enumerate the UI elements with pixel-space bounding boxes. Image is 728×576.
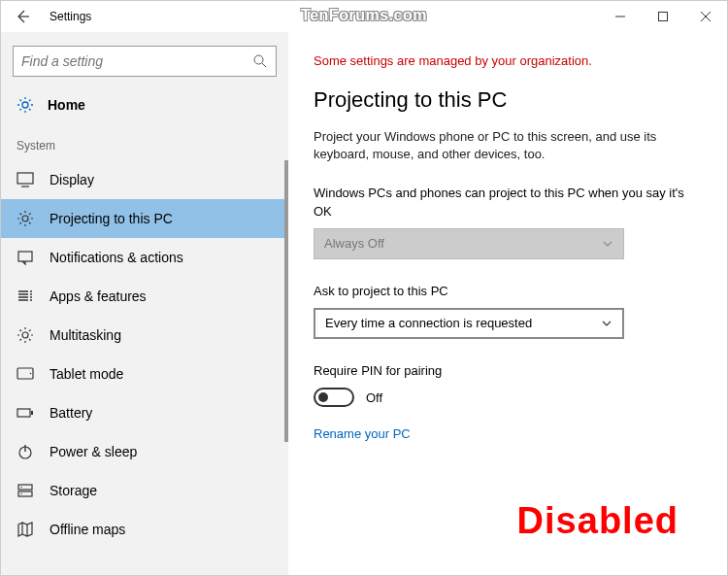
disabled-stamp: Disabled bbox=[517, 500, 678, 542]
power-icon bbox=[17, 443, 34, 460]
section-label: System bbox=[1, 125, 288, 160]
chevron-down-icon bbox=[602, 238, 613, 250]
window-title: Settings bbox=[50, 10, 91, 23]
sidebar-item-label: Display bbox=[50, 172, 94, 187]
maximize-button[interactable] bbox=[642, 1, 684, 32]
svg-point-15 bbox=[20, 493, 21, 494]
nav-list: Display Projecting to this PC Notificati… bbox=[1, 160, 288, 549]
titlebar: Settings TenForums.com bbox=[1, 1, 727, 32]
main-panel: Some settings are managed by your organi… bbox=[288, 32, 727, 575]
svg-point-4 bbox=[22, 216, 28, 221]
toggle-knob bbox=[318, 392, 328, 402]
sidebar-item-label: Notifications & actions bbox=[50, 250, 183, 265]
org-notice: Some settings are managed by your organi… bbox=[314, 53, 702, 68]
svg-rect-12 bbox=[18, 485, 32, 490]
sidebar-item-label: Power & sleep bbox=[50, 444, 137, 459]
sidebar-item-label: Battery bbox=[50, 405, 92, 421]
page-description: Project your Windows phone or PC to this… bbox=[314, 128, 702, 163]
sidebar: Home System Display Projecting to this P… bbox=[1, 32, 288, 575]
svg-rect-5 bbox=[18, 252, 32, 261]
watermark: TenForums.com bbox=[301, 7, 427, 24]
select-value: Every time a connection is requested bbox=[325, 316, 532, 330]
battery-icon bbox=[17, 404, 34, 422]
svg-point-8 bbox=[30, 373, 32, 375]
sidebar-item-battery[interactable]: Battery bbox=[1, 393, 288, 432]
home-label: Home bbox=[48, 97, 85, 113]
project-permission-select: Always Off bbox=[314, 228, 624, 259]
sidebar-item-storage[interactable]: Storage bbox=[1, 471, 288, 510]
svg-rect-13 bbox=[18, 491, 32, 496]
svg-point-2 bbox=[22, 102, 28, 108]
search-box[interactable] bbox=[13, 46, 277, 77]
project-permission-label: Windows PCs and phones can project to th… bbox=[314, 185, 702, 220]
toggle-state-label: Off bbox=[366, 390, 382, 405]
sidebar-item-projecting[interactable]: Projecting to this PC bbox=[1, 199, 288, 238]
sidebar-item-label: Tablet mode bbox=[50, 366, 123, 382]
chevron-down-icon bbox=[601, 318, 612, 329]
svg-rect-3 bbox=[17, 173, 33, 184]
tablet-icon bbox=[17, 365, 34, 383]
maximize-icon bbox=[658, 12, 668, 21]
sidebar-item-apps[interactable]: Apps & features bbox=[1, 277, 288, 316]
sidebar-item-power[interactable]: Power & sleep bbox=[1, 432, 288, 471]
svg-point-6 bbox=[22, 332, 28, 338]
sidebar-item-label: Offline maps bbox=[50, 522, 125, 537]
window-controls bbox=[599, 1, 727, 32]
svg-rect-0 bbox=[659, 13, 668, 21]
gear-icon bbox=[17, 210, 34, 227]
sidebar-item-label: Storage bbox=[50, 483, 97, 498]
close-button[interactable] bbox=[684, 1, 727, 32]
minimize-icon bbox=[615, 12, 625, 21]
sidebar-item-label: Projecting to this PC bbox=[50, 211, 173, 226]
svg-rect-9 bbox=[17, 409, 30, 417]
rename-pc-link[interactable]: Rename your PC bbox=[314, 426, 411, 441]
home-button[interactable]: Home bbox=[1, 88, 288, 125]
svg-point-14 bbox=[20, 487, 21, 488]
sidebar-item-label: Multitasking bbox=[50, 327, 121, 343]
sidebar-item-maps[interactable]: Offline maps bbox=[1, 510, 288, 549]
close-icon bbox=[701, 12, 711, 21]
arrow-left-icon bbox=[15, 9, 30, 24]
sidebar-item-label: Apps & features bbox=[50, 288, 147, 304]
minimize-button[interactable] bbox=[599, 1, 642, 32]
search-input[interactable] bbox=[21, 53, 252, 69]
svg-rect-10 bbox=[31, 411, 33, 415]
page-heading: Projecting to this PC bbox=[314, 87, 702, 113]
sidebar-item-multitasking[interactable]: Multitasking bbox=[1, 316, 288, 355]
notifications-icon bbox=[17, 249, 34, 266]
search-icon bbox=[252, 53, 268, 69]
apps-icon bbox=[17, 288, 34, 305]
display-icon bbox=[17, 171, 34, 188]
ask-project-label: Ask to project to this PC bbox=[314, 283, 702, 300]
sidebar-item-notifications[interactable]: Notifications & actions bbox=[1, 238, 288, 277]
sidebar-item-tablet[interactable]: Tablet mode bbox=[1, 355, 288, 393]
storage-icon bbox=[17, 482, 34, 499]
select-value: Always Off bbox=[324, 236, 384, 251]
pin-label: Require PIN for pairing bbox=[314, 362, 702, 380]
back-button[interactable] bbox=[1, 1, 44, 32]
svg-point-1 bbox=[254, 55, 263, 64]
maps-icon bbox=[17, 521, 34, 538]
multitasking-icon bbox=[17, 326, 34, 344]
sidebar-item-display[interactable]: Display bbox=[1, 160, 288, 199]
gear-icon bbox=[17, 96, 34, 114]
pin-toggle[interactable] bbox=[314, 388, 354, 407]
ask-project-select[interactable]: Every time a connection is requested bbox=[314, 308, 624, 339]
